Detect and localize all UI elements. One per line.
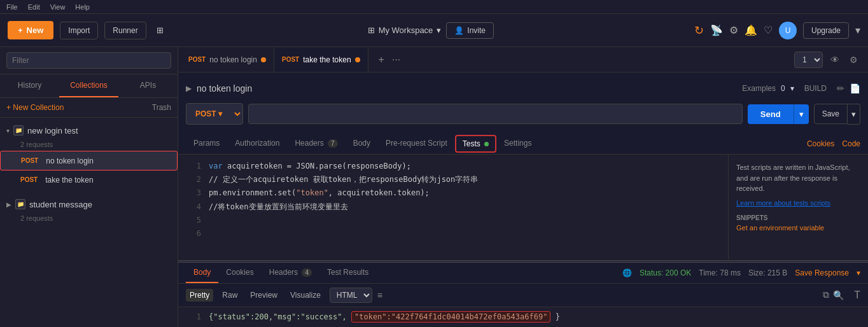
eye-icon[interactable]: 👁 xyxy=(828,52,842,67)
resp-tab-body[interactable]: Body xyxy=(186,263,218,283)
format-type-select[interactable]: HTML JSON xyxy=(330,288,372,303)
examples-chevron-icon[interactable]: ▾ xyxy=(790,84,794,93)
add-tab-button[interactable]: + xyxy=(376,52,387,68)
search-icon[interactable]: 🔍 xyxy=(833,289,844,300)
collection-name-2: student message xyxy=(29,200,92,209)
search-input[interactable] xyxy=(6,52,171,69)
environment-select[interactable]: 1 xyxy=(794,52,823,68)
tab-take-the-token[interactable]: POST take the token xyxy=(274,48,368,72)
help-link[interactable]: Learn more about tests scripts xyxy=(736,199,830,207)
tab-authorization[interactable]: Authorization xyxy=(227,134,287,154)
tab-params[interactable]: Params xyxy=(186,134,227,154)
new-button[interactable]: + New xyxy=(8,21,53,39)
invite-button[interactable]: 👤 Invite xyxy=(446,22,494,39)
tab-pre-request-script[interactable]: Pre-request Script xyxy=(378,134,455,154)
menu-bar: File Edit View Help xyxy=(0,0,868,14)
save-button-group: Save ▾ xyxy=(814,104,860,125)
trash-button[interactable]: Trash xyxy=(152,103,171,112)
code-editor[interactable]: 1 var acquiretoken = JSON.parse(response… xyxy=(178,155,728,260)
save-response-button[interactable]: Save Response xyxy=(795,268,849,277)
save-dropdown-button[interactable]: ▾ xyxy=(848,104,860,125)
format-preview-button[interactable]: Preview xyxy=(246,289,281,302)
avatar[interactable]: U xyxy=(779,22,797,39)
resp-right-actions: ⧉ 🔍 xyxy=(823,289,844,300)
collapse-icon[interactable]: ▶ xyxy=(186,84,192,93)
runner-button[interactable]: Runner xyxy=(104,22,146,39)
tab-body[interactable]: Body xyxy=(346,134,378,154)
more-tabs-button[interactable]: ··· xyxy=(389,52,403,68)
code-line-5: 5 xyxy=(178,214,728,227)
format-visualize-button[interactable]: Visualize xyxy=(286,289,325,302)
snippet-link[interactable]: Get an environment variable xyxy=(736,224,860,232)
tabs-right: 1 👁 ⚙ xyxy=(794,52,865,68)
request-item-take-token[interactable]: POST take the token xyxy=(0,170,178,189)
collection-name: new login test xyxy=(27,126,78,136)
menu-edit[interactable]: Edit xyxy=(28,3,40,11)
menu-file[interactable]: File xyxy=(6,3,18,11)
copy-icon[interactable]: ⧉ xyxy=(823,289,829,300)
method-select[interactable]: POST ▾ xyxy=(186,103,243,125)
request-tabs-bar: Params Authorization Headers 7 Body Pre-… xyxy=(178,134,868,155)
bell-icon[interactable]: 🔔 xyxy=(745,24,757,36)
menu-view[interactable]: View xyxy=(50,3,66,11)
satellite-icon[interactable]: 📡 xyxy=(710,24,723,36)
send-dropdown-button[interactable]: ▾ xyxy=(794,104,809,124)
sidebar: History Collections APIs + New Collectio… xyxy=(0,47,178,327)
format-lines-icon[interactable]: ≡ xyxy=(377,290,382,300)
layout-icon[interactable]: ⊞ xyxy=(153,22,167,39)
workspace-selector[interactable]: ⊞ My Workspace ▾ xyxy=(368,25,442,35)
text-size-icon[interactable]: T xyxy=(854,289,860,301)
resp-tab-test-results[interactable]: Test Results xyxy=(319,263,376,283)
request-name-no-token-login: no token login xyxy=(46,157,94,165)
tab-unsaved-dot-2 xyxy=(355,57,360,62)
sync-icon[interactable]: ↻ xyxy=(694,24,704,38)
resp-tab-cookies[interactable]: Cookies xyxy=(218,263,261,283)
main-layout: History Collections APIs + New Collectio… xyxy=(0,47,868,327)
tab-headers[interactable]: Headers 7 xyxy=(287,134,345,154)
send-button[interactable]: Send xyxy=(748,104,794,124)
method-badge-post: POST xyxy=(18,156,41,165)
edit-pencil-icon[interactable]: ✏ xyxy=(837,83,844,94)
collection-header-new-login-test[interactable]: ▾ 📁 new login test xyxy=(0,120,178,141)
code-help-panel: Test scripts are written in JavaScript, … xyxy=(728,155,868,260)
settings-icon[interactable]: ⚙ xyxy=(729,24,738,36)
tab-history[interactable]: History xyxy=(0,74,59,97)
url-input[interactable]: http:// /inter/HTTP/auth xyxy=(248,104,743,124)
menu-help[interactable]: Help xyxy=(75,3,90,11)
new-collection-button[interactable]: + New Collection xyxy=(6,103,64,112)
build-button[interactable]: BUILD xyxy=(799,81,832,95)
save-button[interactable]: Save xyxy=(814,104,848,124)
code-link[interactable]: Code xyxy=(842,139,860,148)
collection-new-login-test: ▾ 📁 new login test 2 requests POST no to… xyxy=(0,118,178,191)
collection-header-student-message[interactable]: ▶ 📁 student message xyxy=(0,194,178,214)
workspace-center: ⊞ My Workspace ▾ 👤 Invite xyxy=(174,22,688,39)
plus-icon: + xyxy=(18,25,23,35)
tab-collections[interactable]: Collections xyxy=(59,74,118,97)
tab-no-token-login[interactable]: POST no token login xyxy=(181,48,274,72)
format-pretty-button[interactable]: Pretty xyxy=(186,289,213,302)
code-line-3: 3 pm.environment.set("token", acquiretok… xyxy=(178,186,728,200)
response-content: 1 {"status":200,"msg":"success", "token"… xyxy=(178,307,868,327)
heart-icon[interactable]: ♡ xyxy=(764,24,773,36)
code-line-1: 1 var acquiretoken = JSON.parse(response… xyxy=(178,160,728,173)
toolbar-right: ↻ 📡 ⚙ 🔔 ♡ U Upgrade ▾ xyxy=(694,22,860,39)
settings-icon-2[interactable]: ⚙ xyxy=(847,52,860,67)
tab-apis[interactable]: APIs xyxy=(118,74,178,97)
import-button[interactable]: Import xyxy=(60,22,98,39)
upgrade-button[interactable]: Upgrade xyxy=(803,22,849,39)
user-icon: 👤 xyxy=(454,26,464,35)
upgrade-chevron-icon[interactable]: ▾ xyxy=(855,24,860,36)
json-status: {"status":200,"msg":"success", xyxy=(209,312,347,321)
request-item-no-token-login[interactable]: POST no token login xyxy=(0,151,178,170)
resp-tab-headers[interactable]: Headers 4 xyxy=(262,263,319,283)
resp-headers-badge: 4 xyxy=(302,268,312,277)
help-description: Test scripts are written in JavaScript, … xyxy=(736,162,860,194)
cookies-link[interactable]: Cookies xyxy=(807,139,834,148)
format-raw-button[interactable]: Raw xyxy=(218,289,241,302)
edit-doc-icon[interactable]: 📄 xyxy=(850,83,860,94)
json-token-highlighted: "token":"422f764f1dc04014b472ef0a543a6f6… xyxy=(351,311,550,323)
tab-settings[interactable]: Settings xyxy=(496,134,539,154)
tab-tests[interactable]: Tests xyxy=(455,135,496,153)
save-response-chevron-icon[interactable]: ▾ xyxy=(857,268,860,277)
tab-method-badge-2: POST xyxy=(282,56,299,63)
